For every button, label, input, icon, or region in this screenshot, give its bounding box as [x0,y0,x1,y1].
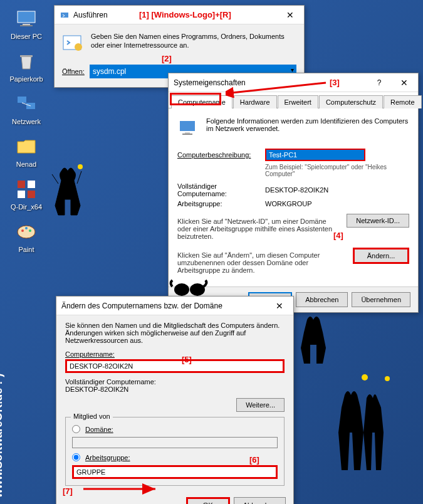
workgroup-input[interactable] [72,465,278,479]
workgroup-label: Arbeitsgruppe: [85,454,130,461]
svg-rect-1 [23,24,30,25]
domain-label: Domäne: [85,426,113,433]
icon-label: Nenad [8,160,45,168]
fullname-label: Vollständiger Computername: [65,378,285,386]
cancel-button[interactable]: Abbrechen [296,292,348,307]
cancel-button[interactable]: Abbrechen [234,497,286,504]
open-label: Öffnen: [62,68,85,75]
svg-point-27 [385,376,390,381]
svg-rect-18 [180,121,195,131]
workgroup-value: WORKGROUP [265,200,409,207]
svg-point-13 [25,227,28,229]
icon-label: Dieser PC [8,33,45,40]
workgroup-radio[interactable] [72,453,80,461]
window-title: Systemeigenschaften [174,78,367,87]
svg-rect-2 [20,25,33,26]
computer-description-input[interactable] [265,149,365,161]
svg-rect-0 [18,11,35,23]
icon-label: Paint [8,246,45,253]
help-icon[interactable]: ? [367,74,392,92]
trash-icon [14,49,39,74]
desktop-icon-nenad[interactable]: Nenad [8,134,45,168]
svg-rect-7 [18,181,25,188]
netid-text: Klicken Sie auf "Netzwerk-ID", um einer … [177,218,342,240]
svg-point-17 [75,43,82,51]
network-id-button[interactable]: Netzwerk-ID... [347,214,409,228]
folder-icon [14,134,39,159]
desktop-icon-this-pc[interactable]: Dieser PC [8,6,45,40]
ok-button[interactable]: OK [186,497,230,504]
apply-button[interactable]: Übernehmen [352,292,410,307]
silhouette-4 [326,370,401,483]
more-button[interactable]: Weitere... [236,398,285,412]
icon-label: Papierkorb [8,75,45,83]
tab-hardware[interactable]: Hardware [233,95,277,108]
svg-rect-19 [185,132,190,134]
window-title: Ausführen [73,11,278,19]
pc-icon [14,6,39,31]
close-icon[interactable]: ✕ [278,6,303,24]
run-prompt-icon [62,32,85,55]
svg-point-14 [29,229,31,232]
member-fieldset: Mitglied von Domäne: Arbeitsgruppe: [65,417,285,486]
domain-input[interactable] [72,437,278,448]
paint-icon [14,219,39,244]
domain-radio[interactable] [72,425,80,433]
titlebar[interactable]: Ändern des Computernamens bzw. der Domän… [56,297,293,315]
change-name-dialog: Ändern des Computernamens bzw. der Domän… [56,296,294,504]
silhouette-1 [49,162,86,218]
desktop-icon-paint[interactable]: Paint [8,219,45,253]
svg-rect-3 [20,55,33,57]
change-button[interactable]: Ändern... [353,248,409,264]
svg-point-12 [21,229,24,232]
desc-label: Computerbeschreibung: [177,151,265,159]
tab-protection[interactable]: Computerschutz [319,95,383,108]
titlebar[interactable]: Systemeigenschaften ? ✕ [169,73,418,92]
qdir-icon [14,177,39,202]
desktop-icon-recycle-bin[interactable]: Papierkorb [8,49,45,83]
icon-label: Netzwerk [8,118,45,125]
member-legend: Mitglied von [71,412,113,420]
svg-rect-15 [61,13,68,18]
svg-rect-9 [18,191,25,198]
window-title: Ändern des Computernamens bzw. der Domän… [61,302,267,310]
fullname-label: Vollständiger Computername: [177,182,265,197]
system-properties-dialog: Systemeigenschaften ? ✕ Computername Har… [168,73,419,313]
change-text: Klicken Sie auf "Ändern", um diesen Comp… [177,251,348,274]
fullname-value: DESKTOP-82OIK2N [265,186,409,194]
computer-icon [177,117,200,141]
svg-rect-10 [28,191,35,198]
network-icon [14,92,39,117]
svg-rect-20 [182,134,192,135]
tab-bar: Computername Hardware Erweitert Computer… [169,92,418,108]
silhouette-3 [288,307,338,370]
run-description: Geben Sie den Namen eines Programms, Ord… [91,32,296,55]
close-icon[interactable]: ✕ [267,297,292,315]
titlebar[interactable]: Ausführen ✕ [55,6,304,24]
close-icon[interactable]: ✕ [392,74,417,92]
desc-example: Zum Beispiel: "Spielcomputer" oder "Heik… [265,164,409,177]
tab-computername[interactable]: Computername [171,95,232,108]
info-text: Folgende Informationen werden zum Identi… [206,117,409,135]
svg-point-23 [78,164,83,169]
change-desc: Sie können den Namen und die Mitgliedsch… [65,322,285,344]
icon-label: Q-Dir_x64 [8,203,45,211]
svg-rect-8 [28,181,35,188]
svg-rect-4 [18,97,26,103]
tab-remote[interactable]: Remote [384,95,422,108]
workgroup-label: Arbeitsgruppe: [177,200,265,207]
run-icon [60,10,70,20]
desktop-icon-qdir[interactable]: Q-Dir_x64 [8,177,45,211]
desktop-icon-network[interactable]: Netzwerk [8,92,45,125]
watermark: www.SoftwareOK.de :-) [0,374,5,498]
fullname-value: DESKTOP-82OIK2N [65,386,285,393]
tab-advanced[interactable]: Erweitert [278,95,318,108]
compname-label: Computername: [65,350,285,358]
svg-point-26 [362,374,368,381]
computer-name-input[interactable] [65,359,285,373]
